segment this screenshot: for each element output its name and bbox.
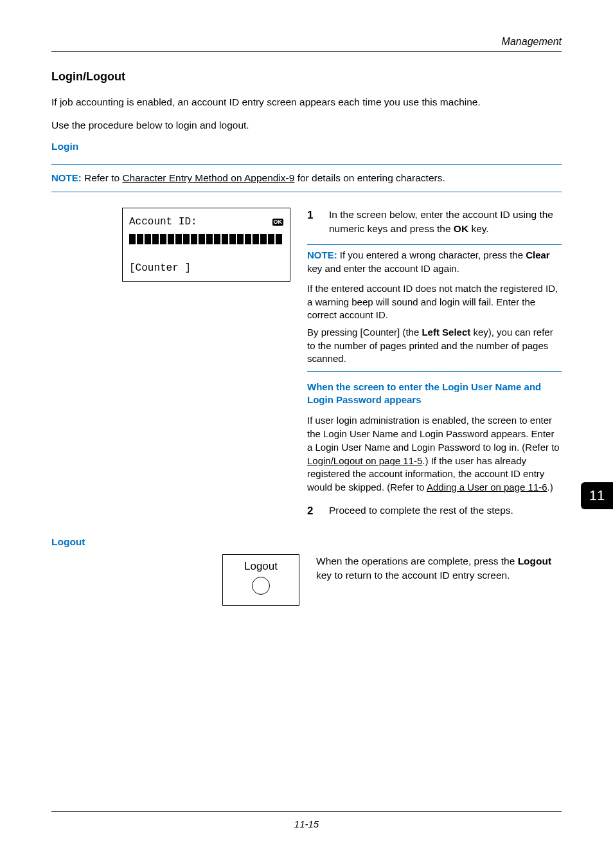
logout-spacer bbox=[51, 554, 206, 606]
logout-bold: Logout bbox=[518, 556, 552, 566]
chapter-tab: 11 bbox=[581, 482, 613, 509]
logout-b: key to return to the account ID entry sc… bbox=[316, 570, 510, 581]
step1-bold: OK bbox=[454, 223, 468, 234]
section-title: Login/Logout bbox=[51, 70, 562, 84]
input-cursor-row bbox=[129, 234, 283, 244]
footer: 11-15 bbox=[51, 811, 562, 829]
login-note-text: NOTE: Refer to Character Entry Method on… bbox=[51, 168, 562, 188]
mid-note-l1a: If you entered a wrong character, press … bbox=[337, 249, 526, 260]
mid-note-p3a: By pressing [Counter] (the bbox=[307, 327, 422, 338]
sub-c: .) bbox=[547, 482, 553, 493]
intro-para-1: If job accounting is enabled, an account… bbox=[51, 95, 562, 109]
running-header: Management bbox=[51, 36, 562, 48]
step1-b: key. bbox=[468, 223, 489, 234]
note-link[interactable]: Character Entry Method on Appendix-9 bbox=[122, 172, 294, 183]
login-note-block: NOTE: Refer to Character Entry Method on… bbox=[51, 164, 562, 192]
sub-a: If user login administration is enabled,… bbox=[307, 415, 560, 452]
step-2: 2 Proceed to complete the rest of the st… bbox=[307, 503, 562, 519]
page-number: 11-15 bbox=[51, 818, 562, 829]
footer-rule bbox=[51, 811, 562, 812]
mid-note-label: NOTE: bbox=[307, 249, 337, 260]
step-2-num: 2 bbox=[307, 503, 317, 519]
logout-key: Logout bbox=[222, 554, 299, 606]
note-rule-top bbox=[51, 164, 562, 165]
step-1-num: 1 bbox=[307, 208, 317, 235]
mid-note-block: NOTE: If you entered a wrong character, … bbox=[307, 244, 562, 372]
sub-heading: When the screen to enter the Login User … bbox=[307, 381, 562, 407]
intro-para-2: Use the procedure below to login and log… bbox=[51, 118, 562, 132]
logout-a: When the operations are complete, press … bbox=[316, 556, 518, 566]
screen-softkey: [Counter ] bbox=[129, 256, 283, 275]
step-1: 1 In the screen below, enter the account… bbox=[307, 208, 562, 235]
note-rule-bottom bbox=[51, 192, 562, 192]
mid-note-line1: NOTE: If you entered a wrong character, … bbox=[307, 246, 562, 278]
step-2-text: Proceed to complete the rest of the step… bbox=[329, 503, 513, 519]
mid-note-rule-top bbox=[307, 244, 562, 245]
step1-a: In the screen below, enter the account I… bbox=[329, 209, 553, 234]
logout-key-label: Logout bbox=[223, 560, 299, 573]
lcd-screen: Account ID: OK [Counter ] bbox=[122, 208, 290, 282]
sub-para: If user login administration is enabled,… bbox=[307, 414, 562, 494]
ok-icon: OK bbox=[272, 219, 284, 226]
login-heading: Login bbox=[51, 141, 562, 152]
mid-note-p3b: Left Select bbox=[422, 327, 470, 338]
link-adding-user[interactable]: Adding a User on page 11-6 bbox=[427, 482, 547, 493]
mid-note-l1c: key and enter the account ID again. bbox=[307, 263, 459, 274]
step-1-text: In the screen below, enter the account I… bbox=[329, 208, 562, 235]
note-body-b: for details on entering characters. bbox=[294, 172, 445, 183]
mid-note-p3: By pressing [Counter] (the Left Select k… bbox=[307, 326, 562, 366]
logout-heading: Logout bbox=[51, 536, 562, 548]
screen-title: Account ID: bbox=[129, 215, 197, 229]
logout-text: When the operations are complete, press … bbox=[316, 554, 562, 606]
note-body-a: Refer to bbox=[82, 172, 123, 183]
logout-button-icon bbox=[252, 577, 270, 595]
link-login-logout[interactable]: Login/Logout on page 11-5 bbox=[307, 455, 422, 466]
mid-note-rule-bottom bbox=[307, 371, 562, 372]
mid-note-p2: If the entered account ID does not match… bbox=[307, 282, 562, 322]
mid-note-l1b: Clear bbox=[526, 249, 550, 260]
note-label: NOTE: bbox=[51, 172, 82, 183]
